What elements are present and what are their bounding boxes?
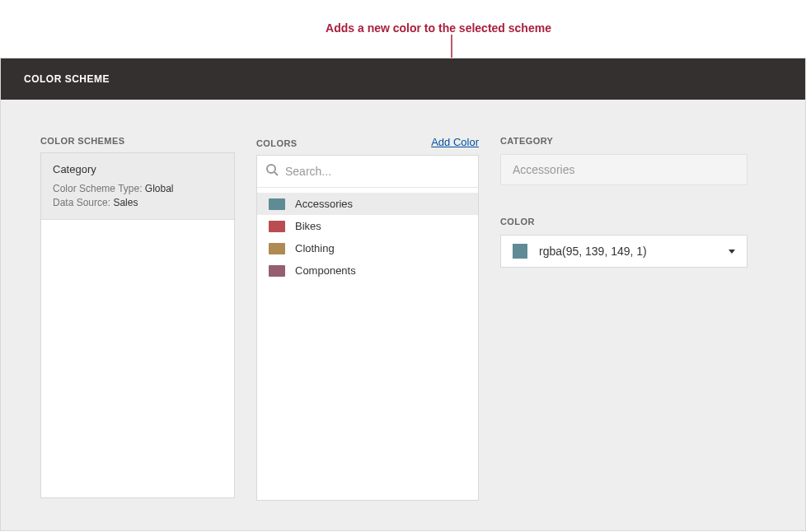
color-item-label: Accessories — [295, 198, 353, 210]
scheme-title: Category — [53, 163, 223, 175]
svg-line-5 — [274, 172, 278, 175]
page-title: COLOR SCHEME — [1, 58, 805, 100]
color-swatch — [269, 243, 285, 254]
color-value: rgba(95, 139, 149, 1) — [539, 245, 647, 258]
scheme-source-value: Sales — [113, 197, 138, 208]
schemes-panel: Category Color Scheme Type: Global Data … — [40, 152, 235, 498]
color-list: AccessoriesBikesClothingComponents — [257, 188, 478, 287]
scheme-source-label: Data Source: — [53, 197, 110, 208]
search-input[interactable] — [285, 165, 470, 178]
search-row — [257, 156, 478, 188]
category-field[interactable]: Accessories — [500, 154, 747, 185]
color-item[interactable]: Components — [257, 259, 478, 282]
scheme-type-value: Global — [145, 183, 174, 194]
color-label: COLOR — [500, 217, 766, 226]
colors-panel: AccessoriesBikesClothingComponents — [256, 155, 479, 501]
scheme-type-label: Color Scheme Type: — [53, 183, 143, 194]
annotation-add-color: Adds a new color to the selected scheme — [298, 21, 579, 35]
schemes-label: COLOR SCHEMES — [40, 136, 235, 146]
color-preview-swatch — [513, 244, 527, 259]
scheme-item[interactable]: Category Color Scheme Type: Global Data … — [41, 153, 234, 220]
svg-point-4 — [267, 165, 275, 173]
color-item[interactable]: Accessories — [257, 193, 478, 215]
colors-label: COLORS — [256, 138, 297, 148]
category-label: CATEGORY — [500, 136, 766, 146]
color-swatch — [269, 198, 285, 210]
color-item-label: Components — [295, 264, 356, 277]
color-picker[interactable]: rgba(95, 139, 149, 1) — [500, 235, 747, 268]
chevron-down-icon — [729, 250, 735, 254]
color-item[interactable]: Bikes — [257, 215, 478, 237]
search-icon — [265, 163, 279, 180]
color-item-label: Clothing — [295, 242, 335, 254]
color-swatch — [269, 265, 285, 277]
color-swatch — [269, 221, 285, 232]
color-item-label: Bikes — [295, 220, 321, 232]
add-color-link[interactable]: Add Color — [431, 136, 479, 148]
app-window: COLOR SCHEME COLOR SCHEMES Category Colo… — [0, 58, 806, 531]
color-item[interactable]: Clothing — [257, 237, 478, 259]
